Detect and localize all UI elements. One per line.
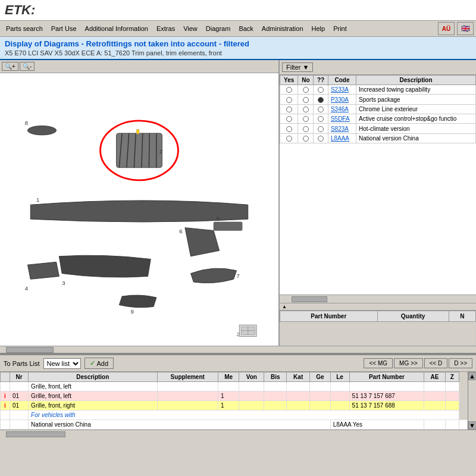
- row-me-1: 1: [218, 392, 239, 401]
- nav-buttons: << MG MG >> << D D >>: [364, 358, 472, 368]
- filter-desc-6: National version China: [356, 133, 476, 143]
- row-ae-2: [424, 401, 445, 411]
- bottom-h-scroll[interactable]: [0, 430, 476, 438]
- header-section: Display of Diagrams - Retrofittings not …: [0, 37, 476, 60]
- menu-part-use[interactable]: Part Use: [48, 24, 80, 33]
- filter-panel: Filter ▼ Yes No ?? Code Description: [280, 60, 476, 346]
- menu-diagram[interactable]: Diagram: [202, 24, 234, 33]
- filter-code-3[interactable]: S346A: [328, 104, 356, 114]
- radio-yes-6[interactable]: [286, 136, 292, 142]
- filter-code-1[interactable]: S233A: [328, 85, 356, 95]
- icon-flag-uk[interactable]: 🇬🇧: [457, 22, 474, 35]
- radio-qq-5[interactable]: [318, 126, 324, 132]
- radio-qq-2[interactable]: [318, 97, 324, 103]
- parts-list-v-scroll[interactable]: ▲ ▼: [468, 372, 476, 430]
- filter-cell-no-1[interactable]: [298, 85, 314, 95]
- filter-cell-qq-1[interactable]: [314, 85, 328, 95]
- main-scroll-thumb[interactable]: [6, 347, 54, 353]
- radio-qq-6[interactable]: [318, 136, 324, 142]
- col-no: No: [298, 76, 314, 85]
- scroll-down-btn[interactable]: ▼: [468, 421, 476, 430]
- main-h-scroll[interactable]: [0, 346, 476, 354]
- menu-view[interactable]: View: [180, 24, 201, 33]
- radio-yes-4[interactable]: [286, 116, 292, 122]
- zoom-in-button[interactable]: 🔍+: [2, 62, 18, 71]
- row-ge-2: [310, 401, 331, 411]
- filter-scroll-thumb[interactable]: [292, 296, 327, 302]
- menu-parts-search[interactable]: Parts search: [2, 24, 46, 33]
- nav-mg-prev[interactable]: << MG: [364, 358, 393, 368]
- radio-yes-1[interactable]: [286, 87, 292, 93]
- parts-row-2[interactable]: i 01 Grille, front, right 1 51 13 7 157 …: [1, 401, 468, 411]
- row-bis-1: [264, 392, 287, 401]
- filter-table: Yes No ?? Code Description S233A Increas…: [280, 75, 476, 143]
- radio-no-1[interactable]: [303, 87, 309, 93]
- bottom-scroll-thumb[interactable]: [6, 431, 65, 437]
- col-von: Von: [239, 372, 264, 382]
- info-icon-2: i: [4, 402, 6, 409]
- radio-qq-4[interactable]: [318, 116, 324, 122]
- part-number-table: Part Number Quantity N: [280, 311, 476, 346]
- row-pn-0: [349, 382, 424, 392]
- col-code: Code: [328, 76, 356, 85]
- row-icon-cell-1: i: [1, 392, 10, 401]
- menu-help[interactable]: Help: [308, 24, 329, 33]
- radio-yes-5[interactable]: [286, 126, 292, 132]
- filter-cell-yes-1[interactable]: [280, 85, 298, 95]
- svg-text:2: 2: [159, 148, 162, 155]
- svg-line-10: [149, 133, 149, 168]
- radio-no-6[interactable]: [303, 136, 309, 142]
- new-list-select[interactable]: New list: [43, 358, 81, 369]
- diagram-panel: 🔍+ 🔍- 8: [0, 60, 280, 346]
- radio-no-3[interactable]: [303, 107, 309, 112]
- radio-qq-1[interactable]: [318, 87, 324, 93]
- radio-no-5[interactable]: [303, 126, 309, 132]
- col-me: Me: [218, 372, 239, 382]
- filter-desc-1: Increased towing capability: [356, 85, 476, 95]
- row-kat-0: [287, 382, 310, 392]
- nav-d-prev[interactable]: << D: [424, 358, 448, 368]
- pn-col-n: N: [449, 311, 475, 322]
- row-supp-2: [157, 401, 218, 411]
- svg-text:3: 3: [62, 280, 65, 286]
- nav-d-next[interactable]: D >>: [449, 358, 472, 368]
- radio-yes-3[interactable]: [286, 107, 292, 112]
- radio-qq-3[interactable]: [318, 107, 324, 112]
- filter-code-4[interactable]: S5DFA: [328, 114, 356, 124]
- radio-no-4[interactable]: [303, 116, 309, 122]
- filter-code-6[interactable]: L8AAA: [328, 133, 356, 143]
- row-bis-2: [264, 401, 287, 411]
- radio-no-2[interactable]: [303, 97, 309, 103]
- filter-h-scroll[interactable]: [280, 295, 476, 303]
- menu-additional-info[interactable]: Additional Information: [82, 24, 152, 33]
- zoom-out-button[interactable]: 🔍-: [20, 62, 35, 71]
- icon-ao[interactable]: AÜ: [438, 22, 455, 35]
- row-desc-0: Grille, front, left: [29, 382, 157, 392]
- menu-administration[interactable]: Administration: [258, 24, 307, 33]
- menu-print[interactable]: Print: [330, 24, 350, 33]
- menu-back[interactable]: Back: [235, 24, 256, 33]
- col-supplement: Supplement: [157, 372, 218, 382]
- filter-desc-3: Chrome Line exterieur: [356, 104, 476, 114]
- row-von-1: [239, 392, 264, 401]
- filter-row-4: S5DFA Active cruise control+stop&go func…: [280, 114, 476, 124]
- scroll-up-btn[interactable]: ▲: [468, 372, 476, 380]
- row-le-2: [330, 401, 349, 411]
- row-pn-4: [424, 420, 445, 430]
- menu-extras[interactable]: Extras: [153, 24, 178, 33]
- filter-dropdown-button[interactable]: Filter ▼: [282, 62, 313, 72]
- parts-row-header: Grille, front, left: [1, 382, 468, 392]
- filter-code-2[interactable]: P330A: [328, 95, 356, 104]
- row-ge-0: [310, 382, 331, 392]
- row-z-4: [459, 420, 468, 430]
- filter-code-5[interactable]: S823A: [328, 124, 356, 133]
- add-button[interactable]: ✓ Add: [84, 358, 114, 369]
- col-description: Description: [29, 372, 157, 382]
- radio-yes-2[interactable]: [286, 97, 292, 103]
- svg-text:9: 9: [131, 308, 134, 315]
- col-yes: Yes: [280, 76, 298, 85]
- parts-row-1[interactable]: i 01 Grille, front, left 1 51 13 7 157 6…: [1, 392, 468, 401]
- nav-mg-next[interactable]: MG >>: [394, 358, 423, 368]
- col-qq: ??: [314, 76, 328, 85]
- filter-expand-icon[interactable]: ▲: [282, 304, 287, 309]
